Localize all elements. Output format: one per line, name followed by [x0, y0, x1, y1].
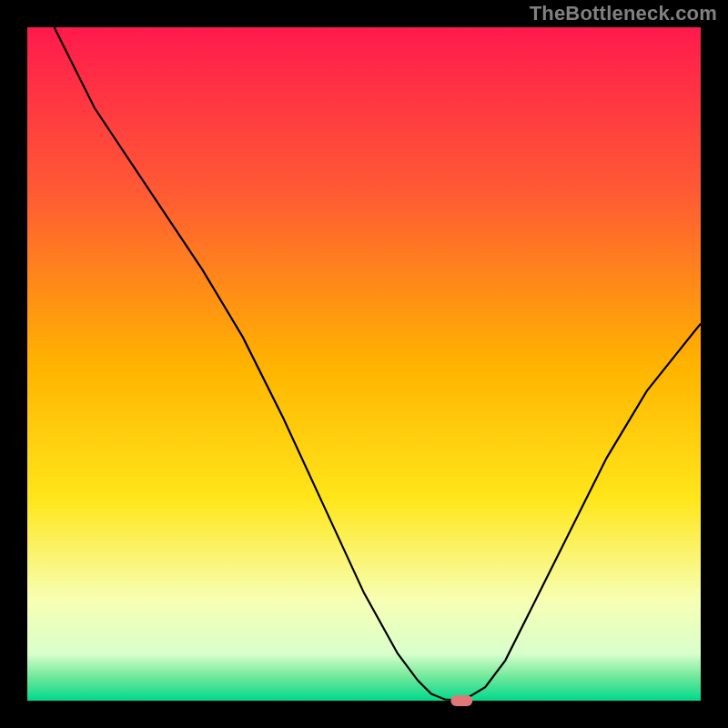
optimum-marker	[450, 695, 472, 706]
watermark-text: TheBottleneck.com	[530, 2, 717, 25]
chart-frame: TheBottleneck.com	[0, 0, 728, 728]
chart-svg	[0, 0, 728, 728]
plot-background	[27, 27, 701, 701]
